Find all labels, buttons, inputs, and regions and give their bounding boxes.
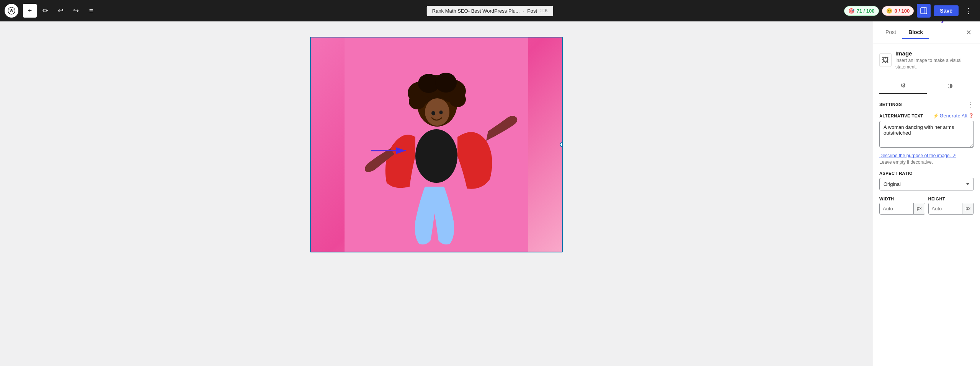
undo-button[interactable]: ↩	[54, 4, 67, 18]
height-label: HEIGHT	[928, 197, 974, 201]
width-unit[interactable]: px	[913, 203, 925, 214]
readability-score-label: 0 / 100	[895, 8, 910, 14]
save-button[interactable]: Save	[934, 5, 959, 16]
tab-block[interactable]: Block	[902, 26, 929, 39]
generate-alt-icon: ⚡	[933, 113, 939, 119]
tab-post[interactable]: Post	[879, 26, 902, 39]
generate-alt-link[interactable]: ⚡ Generate Alt ❓	[933, 113, 974, 119]
seo-score-icon: 🎯	[848, 8, 854, 14]
alt-text-label: ALTERNATIVE TEXT ⚡ Generate Alt ❓	[879, 113, 974, 119]
right-sidebar: Post Block ✕ 🖼 Image	[873, 21, 980, 366]
image-block[interactable]: dancing woman	[310, 37, 563, 252]
width-field: WIDTH px	[879, 197, 925, 215]
generate-alt-text: Generate Alt	[940, 113, 968, 119]
resize-handle[interactable]	[560, 142, 563, 147]
describe-purpose-link[interactable]: Describe the purpose of the image. ↗	[879, 153, 956, 158]
main-area: dancing woman Post Block	[0, 21, 980, 366]
alt-text-input[interactable]: A woman dancing with her arms outstretch…	[879, 121, 974, 148]
readability-icon: 😊	[886, 8, 892, 14]
height-field: HEIGHT px	[928, 197, 974, 215]
main-toolbar: W + ✏ ↩ ↪ ≡ Rank Math SEO- Best WordPres…	[0, 0, 980, 21]
svg-point-5	[415, 129, 457, 183]
svg-point-14	[425, 98, 449, 126]
aspect-ratio-select[interactable]: Original Square 16:9 4:3 3:2	[879, 178, 974, 190]
readability-score-badge[interactable]: 😊 0 / 100	[882, 6, 914, 16]
dancing-woman-svg: dancing woman	[345, 37, 528, 252]
shortcut-hint: ⌘K	[540, 8, 548, 13]
editor-canvas[interactable]: dancing woman	[0, 21, 873, 366]
menu-button[interactable]: ≡	[84, 4, 98, 18]
aspect-ratio-label: ASPECT RATIO	[879, 171, 974, 176]
post-type-label: Post	[527, 8, 537, 14]
image-block-inner: dancing woman	[311, 37, 562, 252]
svg-point-12	[409, 94, 426, 109]
height-input-group: px	[928, 203, 974, 215]
contrast-icon: ◑	[947, 82, 953, 89]
sidebar-header: Post Block ✕	[873, 21, 980, 44]
aspect-ratio-field-group: ASPECT RATIO Original Square 16:9 4:3 3:…	[879, 171, 974, 190]
section-title: Settings	[879, 102, 902, 107]
image-block-icon: 🖼	[882, 56, 889, 64]
block-title: Image	[895, 50, 974, 57]
toolbar-right: 🎯 71 / 100 😊 0 / 100 Save ⋮	[844, 4, 975, 18]
svg-point-11	[435, 73, 457, 93]
svg-line-21	[942, 21, 953, 23]
block-description: Insert an image to make a visual stateme…	[895, 57, 974, 70]
alt-text-field-group: ALTERNATIVE TEXT ⚡ Generate Alt ❓ A woma…	[879, 113, 974, 165]
settings-section: Settings ⋮ ALTERNATIVE TEXT ⚡ Generate A…	[879, 100, 974, 215]
post-title-area[interactable]: Rank Math SEO- Best WordPress Plu... · P…	[427, 6, 553, 16]
svg-point-16	[439, 111, 443, 114]
height-input[interactable]	[929, 203, 962, 214]
width-input[interactable]	[880, 203, 913, 214]
inner-tab-styles[interactable]: ◑	[927, 78, 974, 94]
svg-rect-2	[921, 8, 927, 14]
sidebar-body: 🖼 Image Insert an image to make a visual…	[873, 44, 980, 366]
toolbar-center: Rank Math SEO- Best WordPress Plu... · P…	[427, 6, 553, 16]
tools-button[interactable]: ✏	[38, 4, 52, 18]
title-separator: ·	[523, 8, 524, 14]
block-details: Image Insert an image to make a visual s…	[895, 50, 974, 70]
tab-annotation-arrow	[926, 21, 957, 25]
redo-button[interactable]: ↪	[69, 4, 83, 18]
svg-point-15	[431, 111, 435, 115]
width-label: WIDTH	[879, 197, 925, 201]
leave-empty-text: Leave empty if decorative.	[879, 159, 974, 165]
layout-toggle-button[interactable]	[917, 4, 931, 18]
section-menu-button[interactable]: ⋮	[967, 100, 974, 109]
more-options-button[interactable]: ⋮	[962, 4, 975, 18]
inner-tab-settings[interactable]: ⚙	[879, 78, 927, 94]
gear-icon: ⚙	[900, 82, 906, 89]
svg-point-13	[449, 92, 466, 107]
height-unit[interactable]: px	[962, 203, 973, 214]
toolbar-left: W + ✏ ↩ ↪ ≡	[5, 4, 98, 18]
svg-text:W: W	[10, 9, 13, 13]
wp-logo[interactable]: W	[5, 4, 18, 18]
sidebar-close-button[interactable]: ✕	[963, 27, 974, 38]
sidebar-inner-tabs: ⚙ ◑	[879, 78, 974, 94]
dimension-row: WIDTH px HEIGHT px	[879, 197, 974, 215]
block-info: 🖼 Image Insert an image to make a visual…	[879, 50, 974, 70]
canvas-content: dancing woman	[310, 37, 563, 252]
help-circle-icon: ❓	[969, 113, 974, 118]
section-header: Settings ⋮	[879, 100, 974, 109]
seo-score-label: 71 / 100	[857, 8, 875, 14]
add-block-button[interactable]: +	[23, 4, 37, 18]
seo-score-badge[interactable]: 🎯 71 / 100	[844, 6, 879, 16]
width-input-group: px	[879, 203, 925, 215]
block-icon: 🖼	[879, 53, 892, 67]
post-title-text: Rank Math SEO- Best WordPress Plu...	[432, 8, 520, 14]
